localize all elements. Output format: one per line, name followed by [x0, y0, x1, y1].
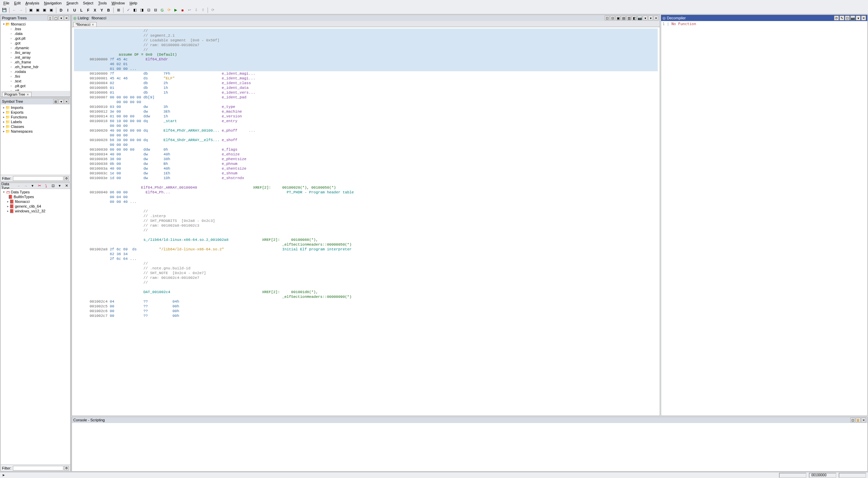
dt-nav-back[interactable]: ←	[16, 183, 22, 189]
tree-section-item[interactable]: ▫.eh_frame	[1, 60, 70, 64]
tree-section-item[interactable]: ▫.text	[1, 79, 70, 83]
tb-btn-d[interactable]: D	[58, 7, 64, 13]
li-icon-4[interactable]: ▤	[621, 16, 626, 20]
tb-btn-9[interactable]: ⊟	[152, 7, 158, 13]
st-icon-1[interactable]: ⊞	[53, 99, 58, 104]
datatype-item[interactable]: ▸📕generic_clib_64	[1, 204, 70, 209]
datatype-item[interactable]: ▸📕windows_vs12_32	[1, 209, 70, 213]
datatype-item[interactable]: 📕BuiltInTypes	[1, 194, 70, 199]
datatype-item[interactable]: ▸📕fibonacci	[1, 199, 70, 204]
li-icon-8[interactable]: ▾	[648, 16, 653, 20]
close-icon[interactable]: ✕	[64, 16, 69, 20]
symbol-tree-item[interactable]: ▸📁Exports	[1, 110, 70, 115]
cs-icon-1[interactable]: ⊡	[850, 418, 855, 422]
close-icon[interactable]: ✕	[861, 16, 866, 20]
dt-btn-4[interactable]: ⊡	[50, 183, 56, 189]
tb-btn-f[interactable]: F	[85, 7, 91, 13]
tb-btn-12[interactable]: ⇧	[200, 7, 206, 13]
tree-root[interactable]: fibonacci	[11, 22, 25, 26]
tb-btn-13[interactable]: ⟳	[210, 7, 216, 13]
pt-icon-2[interactable]: ▢	[53, 16, 58, 20]
li-icon-1[interactable]: ⊡	[605, 16, 610, 20]
tb-btn-u[interactable]: U	[72, 7, 78, 13]
tab-fibonacci[interactable]: *fibonacci✕	[73, 22, 97, 27]
snapshot-icon[interactable]: 📷	[637, 16, 642, 20]
dt-btn-5[interactable]: ▾	[57, 183, 63, 189]
dc-icon-4[interactable]: ▾	[856, 16, 861, 20]
tb-btn-1[interactable]: ▣	[28, 7, 34, 13]
tb-btn-10[interactable]: ↩	[186, 7, 192, 13]
close-icon[interactable]: ✕	[92, 23, 94, 26]
tree-section-item[interactable]: ▫.plt.got	[1, 83, 70, 88]
pt-icon-1[interactable]: ▯	[48, 16, 53, 20]
tb-btn-cy[interactable]: ⟳	[166, 7, 172, 13]
snapshot-icon[interactable]: 📷	[850, 16, 855, 20]
tree-section-item[interactable]: ▫.init_array	[1, 55, 70, 60]
tree-section-item[interactable]: ▫.plt	[1, 88, 70, 91]
tb-btn-b[interactable]: B	[105, 7, 112, 13]
symbol-tree-item[interactable]: ▸📁Labels	[1, 119, 70, 124]
symbol-tree-item[interactable]: ▸📁Classes	[1, 124, 70, 129]
close-icon[interactable]: ✕	[654, 16, 658, 20]
tree-section-item[interactable]: ▫.data	[1, 31, 70, 36]
gear-icon[interactable]: ⚙	[64, 466, 69, 471]
close-icon[interactable]: ✕	[861, 418, 866, 422]
tree-section-item[interactable]: ▫.bss	[1, 26, 70, 31]
dt-btn-1[interactable]: ▾	[30, 183, 36, 189]
tb-btn-l[interactable]: L	[78, 7, 84, 13]
tree-section-item[interactable]: ▫.fini	[1, 74, 70, 79]
tree-section-item[interactable]: ▫.dynamic	[1, 45, 70, 50]
menu-edit[interactable]: Edit	[12, 1, 23, 5]
camera-icon[interactable]: ▾	[59, 16, 63, 20]
tree-section-item[interactable]: ▫.eh_frame_hdr	[1, 64, 70, 69]
menu-analysis[interactable]: Analysis	[23, 1, 41, 5]
menu-window[interactable]: Window	[110, 1, 127, 5]
gear-icon[interactable]: ⚙	[64, 176, 69, 181]
datatype-tree[interactable]: ▾🗃Data Types 📕BuiltInTypes▸📕fibonacci▸📕g…	[1, 189, 70, 214]
datatype-root[interactable]: Data Types	[11, 190, 30, 194]
tree-section-item[interactable]: ▫.rodata	[1, 69, 70, 74]
tb-btn-check[interactable]: ✓	[125, 7, 131, 13]
symbol-tree-item[interactable]: ▸📁Imports	[1, 105, 70, 110]
tab-program-tree[interactable]: Program Tree✕	[2, 92, 32, 97]
symbol-filter-input[interactable]	[13, 176, 64, 181]
program-tree[interactable]: ▾📂fibonacci ▫.bss▫.data▫.got.plt▫.got▫.d…	[1, 21, 70, 91]
menu-file[interactable]: File	[1, 1, 12, 5]
st-icon-2[interactable]: ▾	[59, 99, 63, 104]
tb-btn-11[interactable]: ⇩	[193, 7, 199, 13]
tb-btn-4[interactable]: ▣	[48, 7, 54, 13]
tb-btn-stop[interactable]: ■	[179, 7, 186, 13]
dc-icon-2[interactable]: ✎	[840, 16, 844, 20]
symbol-tree[interactable]: ▸📁Imports▸📁Exports▸📁Functions▸📁Labels▸📁C…	[1, 104, 70, 134]
tb-btn-g[interactable]: G	[159, 7, 165, 13]
console-view[interactable]	[72, 423, 867, 471]
dt-nav-fwd[interactable]: →	[23, 183, 29, 189]
li-icon-7[interactable]: ▾	[643, 16, 648, 20]
menu-navigation[interactable]: Navigation	[42, 1, 64, 5]
tb-btn-2[interactable]: ▣	[35, 7, 41, 13]
menu-help[interactable]: Help	[128, 1, 139, 5]
tb-btn-8[interactable]: ⊡	[146, 7, 152, 13]
close-icon[interactable]: ✕	[63, 183, 70, 189]
close-icon[interactable]: ✕	[26, 93, 29, 96]
dc-icon-3[interactable]: ⊡	[845, 16, 850, 20]
tb-btn-7[interactable]: ◨	[139, 7, 145, 13]
menu-tools[interactable]: Tools	[96, 1, 109, 5]
dt-btn-2[interactable]: ✂	[36, 183, 42, 189]
tb-btn-i[interactable]: I	[65, 7, 71, 13]
listing-view[interactable]: // // segment_2.1 // Loadable segment [0…	[72, 27, 660, 320]
dc-icon-1[interactable]: ⟳	[834, 16, 839, 20]
symbol-tree-item[interactable]: ▸📁Namespaces	[1, 129, 70, 134]
menu-select[interactable]: Select	[81, 1, 96, 5]
tree-section-item[interactable]: ▫.got	[1, 41, 70, 45]
menu-search[interactable]: Search	[64, 1, 80, 5]
li-icon-2[interactable]: ⊟	[610, 16, 615, 20]
datatype-filter-input[interactable]	[13, 466, 64, 471]
save-button[interactable]: 💾	[1, 7, 7, 13]
symbol-tree-item[interactable]: ▸📁Functions	[1, 115, 70, 119]
decompiler-view[interactable]: 1 | No Function	[661, 21, 867, 416]
cs-icon-2[interactable]: 🗑	[856, 418, 861, 422]
li-icon-5[interactable]: ▥	[626, 16, 631, 20]
tb-btn-run[interactable]: ▶	[173, 7, 179, 13]
tb-btn-3[interactable]: ▣	[41, 7, 47, 13]
